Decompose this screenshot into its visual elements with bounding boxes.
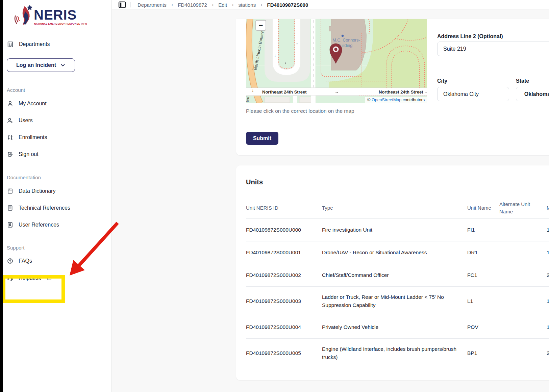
breadcrumb-stations[interactable]: stations: [238, 2, 256, 8]
flame-icon: [15, 5, 32, 25]
table-row: FD40109872S000U004 Privately Owned Vehic…: [246, 316, 549, 338]
user-plus-icon: [7, 117, 14, 124]
sidebar-item-user-references[interactable]: User References: [7, 220, 59, 230]
map-attribution: © OpenStreetMap contributors: [365, 97, 427, 103]
cell-staffing: 2: [547, 349, 549, 357]
sidebar-item-data-dictionary[interactable]: Data Dictionary: [7, 186, 55, 196]
col-header-unit-name: Unit Name: [467, 204, 499, 212]
sidebar-item-technical-references[interactable]: Technical References: [7, 203, 70, 213]
attribution-copyright: ©: [367, 98, 370, 102]
sidebar: NERIS NATIONAL EMERGENCY RESPONSE INFORM…: [0, 0, 111, 392]
external-link-icon: [46, 275, 52, 281]
cell-unit-name: DR1: [467, 249, 499, 257]
topbar-divider: [130, 2, 131, 7]
cell-unit-id: FD40109872S000U004: [246, 323, 322, 331]
sidebar-item-label: Helpdesk: [19, 275, 41, 281]
map-poi-dot: [342, 35, 344, 37]
sidebar-item-enrollments[interactable]: Enrollments: [7, 133, 47, 142]
units-table: Unit NERIS ID Type Unit Name Alternate U…: [246, 198, 549, 368]
sidebar-item-my-account[interactable]: My Account: [7, 99, 47, 108]
map-building-label-1: M.C. Connors-: [332, 38, 360, 43]
section-header-account: Account: [7, 87, 25, 94]
transfer-icon: [7, 134, 14, 141]
breadcrumb-edit[interactable]: Edit: [218, 2, 227, 8]
submit-button[interactable]: Submit: [246, 132, 278, 145]
cell-unit-name: BP1: [467, 349, 499, 357]
breadcrumb-station-id: FD40109872S000: [267, 2, 308, 8]
breadcrumb: Departments › FD40109872 › Edit › statio…: [138, 0, 308, 9]
cell-unit-id: FD40109872S000U001: [246, 249, 322, 257]
breadcrumb-department-id[interactable]: FD40109872: [178, 2, 207, 8]
state-select-value: Oklahoma: [524, 91, 549, 97]
cell-staffing: 1: [547, 323, 549, 331]
svg-text:↓: ↓: [251, 67, 253, 71]
cell-type: Chief/Staff/Command Officer: [322, 271, 467, 279]
document-icon: [7, 205, 14, 211]
state-select[interactable]: Oklahoma: [516, 87, 549, 101]
map-street-label-left: Northeast 24th Street: [262, 89, 307, 95]
city-input[interactable]: [437, 87, 509, 101]
neris-logo[interactable]: NERIS NATIONAL EMERGENCY RESPONSE INFORM…: [12, 4, 87, 30]
map-street-label-right: Northeast 24th Street →: [379, 89, 427, 95]
col-header-minimum-staffing: Minimum Staffing: [547, 204, 549, 212]
col-header-alternate-unit-name: Alternate Unit Name: [499, 201, 547, 215]
logo-tagline: NATIONAL EMERGENCY RESPONSE INFORMATION …: [34, 22, 87, 25]
user-icon: [7, 100, 14, 107]
sidebar-item-sign-out[interactable]: Sign out: [7, 150, 39, 159]
dictionary-icon: [7, 188, 14, 194]
cell-type: Fire investigation Unit: [322, 226, 467, 234]
map-zoom-out-button[interactable]: −: [255, 20, 266, 31]
sign-out-icon: [7, 151, 14, 158]
sidebar-item-helpdesk[interactable]: Helpdesk: [7, 273, 52, 283]
headset-icon: [7, 275, 14, 282]
cell-type: Ladder or Truck, Rear or Mid-Mount Ladde…: [322, 293, 467, 309]
id-card-icon: [7, 221, 14, 228]
question-circle-icon: [7, 258, 14, 264]
topbar: Departments › FD40109872 › Edit › statio…: [112, 0, 549, 9]
svg-text:↓: ↓: [252, 88, 254, 93]
screenshot-left-edge: [0, 0, 3, 392]
attribution-suffix: contributors: [401, 98, 425, 102]
cell-staffing: 1: [547, 297, 549, 305]
station-form-card: ↑ ↓ ↓ ↓ ↓ North Lincoln Boulev ard North…: [236, 19, 549, 155]
location-map[interactable]: ↑ ↓ ↓ ↓ ↓ North Lincoln Boulev ard North…: [246, 19, 427, 103]
sidebar-toggle-button[interactable]: [118, 1, 126, 8]
cell-unit-name: L1: [467, 297, 499, 305]
address-line2-input[interactable]: [437, 42, 549, 56]
col-header-unit-neris-id: Unit NERIS ID: [246, 204, 322, 212]
chevron-right-icon: ›: [260, 2, 262, 8]
sidebar-item-departments[interactable]: Departments: [7, 40, 50, 49]
col-header-type: Type: [322, 204, 467, 212]
chevron-right-icon: ›: [212, 2, 214, 8]
sidebar-item-label: FAQs: [19, 258, 32, 264]
openstreetmap-link[interactable]: OpenStreetMap: [372, 98, 401, 102]
section-header-support: Support: [7, 245, 25, 252]
table-row: FD40109872S000U002 Chief/Staff/Command O…: [246, 264, 549, 286]
units-title: Units: [246, 178, 263, 186]
app-window: NERIS NATIONAL EMERGENCY RESPONSE INFORM…: [0, 0, 549, 392]
cell-unit-id: FD40109872S000U003: [246, 297, 322, 305]
map-street-arrow: →: [334, 89, 339, 94]
table-row: FD40109872S000U005 Engine (Wildland Inte…: [246, 338, 549, 368]
chevron-down-icon: [60, 62, 66, 68]
table-row: FD40109872S000U001 Drone/UAV - Recon or …: [246, 241, 549, 264]
svg-text:↓: ↓: [284, 60, 286, 65]
sidebar-item-faqs[interactable]: FAQs: [7, 256, 32, 266]
cell-unit-name: FC1: [467, 271, 499, 279]
main-content: ↑ ↓ ↓ ↓ ↓ North Lincoln Boulev ard North…: [112, 9, 549, 392]
building-icon: [7, 41, 14, 48]
map-hint-text: Please click on the correct location on …: [246, 108, 354, 114]
sidebar-item-label: My Account: [19, 101, 47, 107]
cell-unit-name: FI1: [467, 226, 499, 234]
logo-title: NERIS: [34, 7, 77, 22]
sidebar-item-label: Users: [19, 117, 33, 124]
chevron-right-icon: ›: [232, 2, 233, 8]
log-an-incident-button[interactable]: Log an Incident: [7, 58, 75, 72]
breadcrumb-departments[interactable]: Departments: [138, 2, 167, 8]
table-row: FD40109872S000U000 Fire investigation Un…: [246, 218, 549, 241]
svg-text:↓: ↓: [274, 53, 276, 58]
chevron-right-icon: ›: [171, 2, 173, 8]
cell-unit-id: FD40109872S000U000: [246, 226, 322, 234]
sidebar-item-users[interactable]: Users: [7, 116, 33, 125]
cell-staffing: 1 (Dedicated): [547, 226, 549, 234]
